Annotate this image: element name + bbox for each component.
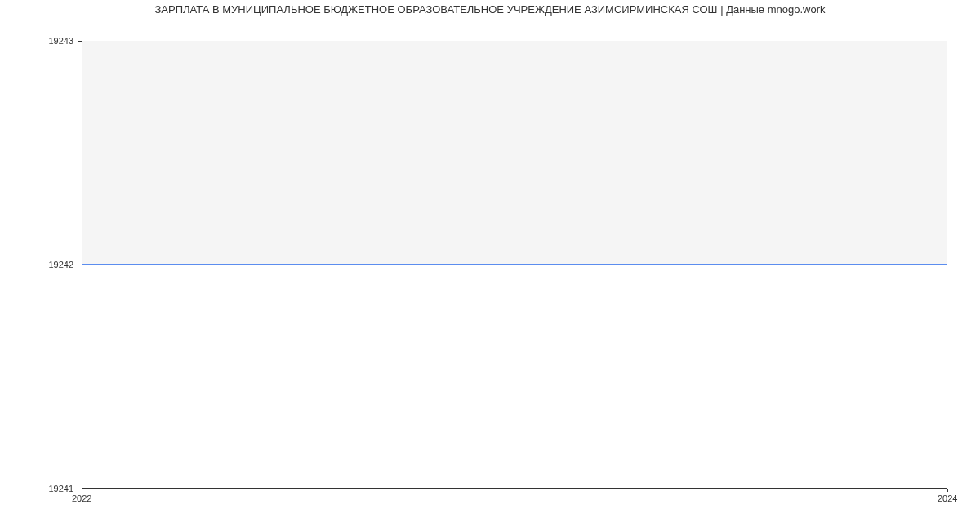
data-line <box>82 264 947 265</box>
plot-lower-mask <box>82 265 947 489</box>
x-tick-label-right: 2024 <box>938 493 957 503</box>
x-tick-label-left: 2022 <box>72 493 91 503</box>
y-tick-label-mid: 19242 <box>0 260 74 270</box>
chart-title: ЗАРПЛАТА В МУНИЦИПАЛЬНОЕ БЮДЖЕТНОЕ ОБРАЗ… <box>0 3 980 16</box>
plot-area <box>82 41 947 489</box>
gridline-mid <box>82 265 947 266</box>
y-tick-label-bottom: 19241 <box>0 484 74 493</box>
x-tick-right <box>947 489 948 492</box>
y-tick-label-top: 19243 <box>0 36 74 46</box>
chart-container: ЗАРПЛАТА В МУНИЦИПАЛЬНОЕ БЮДЖЕТНОЕ ОБРАЗ… <box>0 0 980 531</box>
x-tick-left <box>82 489 82 492</box>
